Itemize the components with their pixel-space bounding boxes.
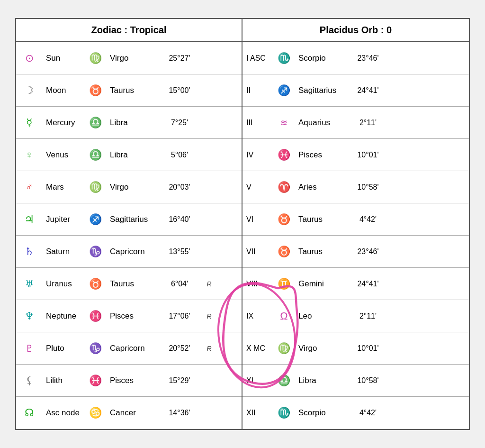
house-degree: 10°01' [347,148,389,162]
house-degree: 24°41' [347,277,389,291]
house-row: XI ♎ Libra 10°58' [242,365,469,397]
house-sign-symbol: ≋ [273,115,295,131]
planet-symbol: ♄ [16,243,42,261]
house-sign: Aries [295,180,347,195]
house-row: X MC ♍ Virgo 10°01' [242,332,469,365]
planet-row: ♆ Neptune ♓ Pisces 17°06' R [16,300,242,332]
planet-name: Saturn [42,244,85,259]
house-sign-symbol: ♐ [273,82,295,100]
planet-sign: Pisces [106,373,158,388]
house-sign: Virgo [295,341,347,356]
planet-sign-symbol: ♓ [85,372,106,390]
house-sign: Sagittarius [295,83,347,98]
house-sign: Taurus [295,244,347,259]
planet-sign: Taurus [106,276,158,292]
house-number: IV [242,148,273,162]
house-row: VIII ♊ Gemini 24°41' [242,268,469,300]
house-number: VI [242,212,273,227]
planet-degree: 16°40' [158,212,201,227]
houses-section: I ASC ♏ Scorpio 23°46' II ♐ Sagittarius … [242,42,469,429]
house-sign: Scorpio [295,51,347,66]
house-sign-symbol: ♓ [273,146,295,164]
planet-sign-symbol: ♍ [85,178,106,196]
main-grid: ⊙ Sun ♍ Virgo 25°27' ☽ Moon ♉ Taurus 15°… [16,42,469,429]
house-sign-symbol: ♎ [273,372,295,390]
house-degree: 4°42' [347,212,389,227]
planet-sign: Virgo [106,180,158,195]
planet-symbol: ♀ [16,146,42,164]
house-sign: Pisces [295,147,347,163]
house-row: I ASC ♏ Scorpio 23°46' [242,42,469,74]
planet-sign: Cancer [106,405,158,421]
placidus-header: Placidus Orb : 0 [242,19,469,41]
planet-degree: 5°06' [158,148,201,162]
house-degree: 10°58' [347,374,389,388]
house-sign-symbol: ♉ [273,210,295,229]
house-row: VII ♉ Taurus 23°46' [242,236,469,268]
planet-retro [201,55,217,61]
house-row: IX Ω Leo 2°11' [242,300,469,332]
house-row: V ♈ Aries 10°58' [242,171,469,203]
planet-symbol: ⚸ [16,372,42,390]
planet-name: Mercury [42,115,85,130]
planet-sign-symbol: ♉ [85,275,106,293]
house-sign-symbol: ♍ [273,339,295,357]
planet-sign-symbol: ♎ [85,146,106,164]
planet-row: ⊙ Sun ♍ Virgo 25°27' [16,42,242,74]
planet-degree: 25°27' [158,51,201,65]
house-degree: 2°11' [347,309,389,323]
planet-name: Mars [42,180,85,195]
planet-sign-symbol: ♋ [85,404,106,422]
planet-retro [201,378,217,384]
planet-retro [201,152,217,158]
planet-name: Pluto [42,341,85,356]
planet-sign: Capricorn [106,341,158,356]
planet-retro [201,88,217,93]
planet-retro [201,184,217,190]
house-sign: Aquarius [295,115,347,130]
planet-sign: Virgo [106,51,158,66]
planet-degree: 17°06' [158,309,201,323]
house-degree: 24°41' [347,83,389,98]
planet-row: ♃ Jupiter ♐ Sagittarius 16°40' [16,203,242,236]
house-number: IX [242,309,273,323]
house-sign-symbol: ♉ [273,243,295,261]
planet-retro: R [201,310,217,323]
house-sign: Scorpio [295,405,347,421]
house-number: XII [242,406,273,420]
house-sign-symbol: ♏ [273,49,295,67]
house-degree: 2°11' [347,116,389,130]
house-degree: 23°46' [347,51,389,65]
planet-symbol: ♅ [16,275,42,293]
house-sign-symbol: ♊ [273,275,295,293]
planet-sign-symbol: ♍ [85,49,106,67]
house-sign-symbol: Ω [273,307,295,325]
planet-sign-symbol: ♎ [85,114,106,132]
planet-name: Uranus [42,276,85,292]
planet-name: Venus [42,147,85,163]
house-number: V [242,180,273,194]
planet-name: Asc node [42,405,85,421]
planet-retro [201,249,217,255]
house-row: VI ♉ Taurus 4°42' [242,203,469,236]
planet-sign-symbol: ♐ [85,210,106,229]
planet-retro [201,120,217,126]
house-degree: 10°58' [347,180,389,194]
planet-sign: Taurus [106,83,158,98]
house-number: I ASC [242,51,273,65]
planet-degree: 7°25' [158,116,201,130]
planet-degree: 14°36' [158,406,201,420]
house-sign-symbol: ♈ [273,178,295,196]
planet-sign-symbol: ♑ [85,339,106,357]
house-row: XII ♏ Scorpio 4°42' [242,397,469,429]
planet-name: Moon [42,83,85,98]
planet-symbol: ☿ [16,114,42,132]
house-sign: Gemini [295,276,347,292]
planet-symbol: ♃ [16,210,42,229]
planet-symbol: ♇ [16,340,42,357]
house-row: IV ♓ Pisces 10°01' [242,139,469,171]
planet-retro: R [201,277,217,291]
house-sign-symbol: ♏ [273,404,295,422]
header-row: Zodiac : Tropical Placidus Orb : 0 [16,19,469,42]
planet-symbol: ☽ [16,82,42,100]
